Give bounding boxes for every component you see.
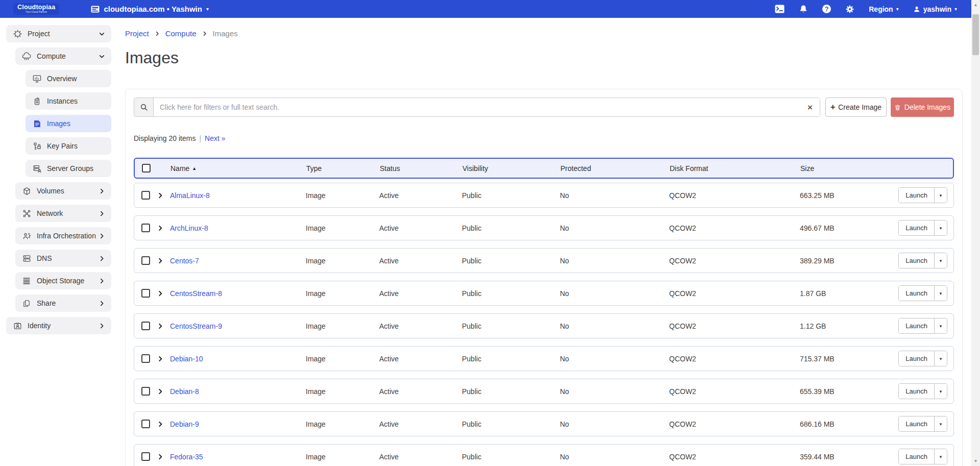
column-header-protected[interactable]: Protected [560,164,670,173]
row-checkbox[interactable] [141,256,150,265]
project-context-switcher[interactable]: cloudtopiaa.com • Yashwin ▾ [91,5,209,13]
launch-dropdown-toggle[interactable]: ▾ [934,416,947,431]
launch-dropdown-toggle[interactable]: ▾ [934,449,947,464]
expand-chevron-icon[interactable] [157,388,170,395]
sidebar-item-label: Project [28,30,99,38]
launch-button[interactable]: Launch [899,318,934,333]
launch-button[interactable]: Launch [899,253,934,268]
cell-status: Active [379,355,462,363]
cell-size: 359.44 MB [800,453,894,461]
image-name-link[interactable]: ArchLinux-8 [170,224,306,232]
scroll-up-arrow[interactable]: ▲ [971,1,980,9]
cell-status: Active [379,289,462,298]
user-menu[interactable]: yashwin ▾ [913,5,957,13]
search-icon[interactable] [134,98,154,116]
column-header-disk-format[interactable]: Disk Format [670,164,800,173]
launch-dropdown-toggle[interactable]: ▾ [934,220,947,235]
sidebar-item-overview[interactable]: Overview [26,70,111,87]
scroll-down-arrow[interactable]: ▼ [971,457,980,465]
expand-chevron-icon[interactable] [157,355,170,362]
sidebar-item-label: Images [47,119,105,128]
row-checkbox[interactable] [141,452,150,461]
expand-chevron-icon[interactable] [157,290,170,297]
sidebar-item-key-pairs[interactable]: Key Pairs [26,137,111,155]
image-name-link[interactable]: Debian-10 [170,355,306,363]
notifications-bell-icon[interactable] [799,5,808,14]
column-header-size[interactable]: Size [800,164,894,173]
image-name-link[interactable]: Fedora-35 [170,453,306,461]
launch-dropdown-toggle[interactable]: ▾ [934,188,947,203]
launch-button[interactable]: Launch [899,351,934,366]
sidebar-item-project[interactable]: Project [6,25,111,42]
launch-dropdown-toggle[interactable]: ▾ [934,384,947,399]
brand-logo[interactable]: Cloudtopiaa Your Cloud Partner [13,3,59,14]
expand-chevron-icon[interactable] [157,323,170,330]
plus-icon: + [830,103,835,111]
create-image-button[interactable]: + Create Image [825,97,887,117]
cell-type: Image [306,289,379,298]
launch-button[interactable]: Launch [899,416,934,431]
column-header-name[interactable]: Name▲ [170,164,306,173]
row-checkbox[interactable] [141,387,150,396]
cell-protected: No [560,453,669,461]
expand-chevron-icon[interactable] [157,453,170,460]
scrollbar-thumb[interactable] [972,14,979,55]
help-icon[interactable]: ? [822,5,831,13]
search-input[interactable] [154,98,800,116]
column-header-visibility[interactable]: Visibility [462,164,560,173]
sidebar-item-network[interactable]: Network [15,205,111,222]
sidebar-item-identity[interactable]: Identity [6,317,111,334]
column-header-status[interactable]: Status [380,164,462,173]
expand-chevron-icon[interactable] [157,421,170,428]
sidebar-item-images[interactable]: Images [26,115,111,132]
row-checkbox[interactable] [141,224,150,232]
image-name-link[interactable]: Debian-8 [170,387,306,396]
sidebar-item-dns[interactable]: DNS [15,250,111,267]
launch-dropdown-toggle[interactable]: ▾ [934,286,947,301]
image-name-link[interactable]: CentosStream-8 [170,289,306,298]
sidebar-item-object-storage[interactable]: Object Storage [15,272,111,289]
next-page-link[interactable]: Next » [205,134,225,142]
launch-button[interactable]: Launch [899,286,934,301]
row-checkbox[interactable] [141,420,150,428]
launch-dropdown-toggle[interactable]: ▾ [934,253,947,268]
cell-type: Image [306,257,379,265]
sidebar-item-instances[interactable]: Instances [26,92,111,110]
launch-button[interactable]: Launch [899,449,934,464]
sidebar-item-volumes[interactable]: Volumes [15,182,111,200]
settings-gear-icon[interactable] [845,5,854,14]
image-name-link[interactable]: CentosStream-9 [170,322,306,330]
vertical-scrollbar[interactable]: ▲ ▼ [971,0,980,466]
row-checkbox[interactable] [141,191,150,200]
launch-dropdown-toggle[interactable]: ▾ [934,351,947,366]
column-header-type[interactable]: Type [306,164,380,173]
image-name-link[interactable]: AlmaLinux-8 [170,191,306,200]
launch-button[interactable]: Launch [899,384,934,399]
cell-disk-format: QCOW2 [669,191,800,200]
expand-chevron-icon[interactable] [157,257,170,264]
launch-button[interactable]: Launch [899,220,934,235]
sidebar-item-compute[interactable]: Compute [15,47,111,65]
select-all-checkbox[interactable] [142,164,151,173]
launch-button[interactable]: Launch [899,188,934,203]
sidebar-item-infra-orchestration[interactable]: Infra Orchestration [15,227,111,244]
row-checkbox[interactable] [141,322,150,330]
sidebar-item-server-groups[interactable]: Server Groups [26,160,111,177]
expand-chevron-icon[interactable] [157,192,170,199]
sidebar-item-share[interactable]: Share [15,295,111,312]
clear-search-button[interactable]: × [800,98,820,116]
row-actions: Launch ▾ [894,220,953,236]
chevron-right-icon [99,278,105,284]
launch-dropdown-toggle[interactable]: ▾ [934,318,947,333]
expand-chevron-icon[interactable] [157,225,170,232]
table-row: Debian-8 Image Active Public No QCOW2 65… [134,379,954,404]
delete-images-button[interactable]: Delete Images [891,97,954,117]
breadcrumb-compute[interactable]: Compute [165,29,197,38]
row-checkbox[interactable] [141,354,150,363]
image-name-link[interactable]: Debian-9 [170,420,306,428]
console-icon[interactable] [775,5,785,13]
breadcrumb-project[interactable]: Project [125,29,149,38]
row-checkbox[interactable] [141,289,150,298]
region-dropdown[interactable]: Region ▾ [869,5,898,13]
image-name-link[interactable]: Centos-7 [170,257,306,265]
